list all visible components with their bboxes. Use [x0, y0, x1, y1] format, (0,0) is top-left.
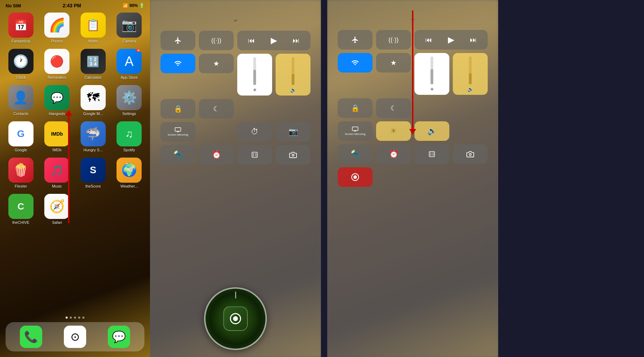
cc1-chevron[interactable]: ⌄: [160, 14, 310, 24]
chrome-icon[interactable]: ⊙: [64, 326, 86, 348]
app-music[interactable]: 🎵 Music: [42, 158, 73, 188]
cc2-play-btn[interactable]: ▶: [448, 35, 454, 45]
cc2-row6: [338, 167, 488, 187]
app-google[interactable]: G Google: [6, 121, 36, 152]
safari-icon[interactable]: 🧭: [44, 194, 69, 219]
cc2-wifi-btn[interactable]: [338, 53, 373, 73]
screen-mirror-btn[interactable]: Screen Mirroring: [160, 122, 195, 142]
messages-icon[interactable]: 💬: [108, 326, 130, 348]
cc2-rewind-btn[interactable]: ⏮: [425, 36, 432, 44]
flixster-icon[interactable]: 🍿: [8, 158, 33, 183]
imdb-icon[interactable]: IMDb: [44, 121, 69, 146]
google-label: Google: [15, 148, 27, 152]
cellular-btn[interactable]: ((·)): [199, 31, 234, 50]
app-calculator[interactable]: 🔢 Calculator: [78, 49, 108, 79]
thechive-icon[interactable]: C: [8, 194, 33, 219]
googlemaps-icon[interactable]: 🗺: [81, 85, 106, 110]
hangouts-icon[interactable]: 💬: [44, 85, 69, 110]
flashlight-btn[interactable]: 🔦: [160, 145, 195, 165]
cc2-calculator-btn[interactable]: [414, 144, 449, 164]
app-hungrys[interactable]: 🦈 Hungry S...: [78, 121, 108, 152]
fantastical-icon[interactable]: 📅: [8, 13, 33, 38]
rotation-lock-btn[interactable]: 🔒: [160, 99, 195, 119]
weather-icon[interactable]: 🌍: [117, 158, 142, 183]
hungrys-icon[interactable]: 🦈: [81, 121, 106, 146]
cc2-airplane-btn[interactable]: [338, 30, 373, 50]
app-thechive[interactable]: C theCHIVE: [6, 194, 36, 225]
cc2-fastforward-btn[interactable]: ⏭: [470, 36, 477, 44]
settings-icon[interactable]: ⚙️: [117, 85, 142, 110]
app-camera[interactable]: 📷 Camera: [114, 13, 145, 43]
dock-chrome[interactable]: ⊙: [64, 326, 86, 348]
photos-icon[interactable]: 🌈: [44, 13, 69, 38]
cc2-do-not-disturb-btn[interactable]: ☾: [376, 98, 411, 118]
app-photos[interactable]: 🌈 Photos: [42, 13, 73, 43]
app-thescore[interactable]: S theScore: [78, 158, 108, 188]
cc2-volume-slider[interactable]: 🔈: [453, 53, 488, 95]
wifi-btn[interactable]: [160, 54, 195, 73]
airplane-btn[interactable]: [160, 31, 195, 50]
calculator-cc-btn[interactable]: [237, 145, 272, 165]
spotify-label: Spotify: [123, 148, 135, 152]
rewind-btn[interactable]: ⏮: [248, 37, 255, 45]
fastforward-btn[interactable]: ⏭: [293, 37, 300, 45]
app-contacts[interactable]: 👤 Contacts: [6, 85, 36, 116]
time-label: 2:43 PM: [63, 3, 81, 8]
cc2-rotation-lock-btn[interactable]: 🔒: [338, 98, 373, 118]
music-icon[interactable]: 🎵: [44, 158, 69, 183]
camera-icon[interactable]: 📷: [117, 13, 142, 38]
app-imdb[interactable]: IMDb IMDb: [42, 121, 73, 152]
app-appstore[interactable]: A 26 App Store: [114, 49, 145, 79]
app-spotify[interactable]: ♫ Spotify: [114, 121, 145, 152]
app-googlemaps[interactable]: 🗺 Google M...: [78, 85, 108, 116]
cc2-camera-btn[interactable]: [453, 144, 488, 164]
cc2-flashlight-btn[interactable]: 🔦: [338, 144, 373, 164]
carrier-label: No SIM: [6, 3, 21, 8]
reminders-icon[interactable]: 🔴: [44, 49, 69, 74]
record-btn-large[interactable]: [223, 306, 248, 331]
dock-phone[interactable]: 📞: [20, 326, 42, 348]
contacts-icon[interactable]: 👤: [8, 85, 33, 110]
dock-messages[interactable]: 💬: [108, 326, 130, 348]
app-weather[interactable]: 🌍 Weather...: [114, 158, 145, 188]
appstore-icon[interactable]: A 26: [117, 49, 142, 74]
cc2-brightness-slider[interactable]: ☀: [414, 53, 449, 95]
screen-mirror-label: Screen Mirroring: [167, 133, 188, 137]
timer2-btn[interactable]: ⏱: [237, 122, 272, 142]
do-not-disturb-btn[interactable]: ☾: [199, 99, 234, 119]
phone-icon[interactable]: 📞: [20, 326, 42, 348]
cc2-bluetooth-btn[interactable]: ★: [376, 53, 411, 73]
cc2-brightness-btn[interactable]: ☀: [376, 121, 411, 141]
clock-icon[interactable]: 🕐: [8, 49, 33, 74]
bluetooth-icon: 📶: [123, 3, 128, 8]
app-fantastical[interactable]: 📅 Fantastical: [6, 13, 36, 43]
notes-icon[interactable]: 📋: [81, 13, 106, 38]
app-notes[interactable]: 📋 Notes: [78, 13, 108, 43]
thescore-icon[interactable]: S: [81, 158, 106, 183]
bluetooth-btn[interactable]: ★: [199, 54, 234, 73]
cc2-timer-btn[interactable]: ⏰: [376, 144, 411, 164]
play-btn[interactable]: ▶: [271, 36, 277, 45]
cc2-screen-mirror-btn[interactable]: Screen Mirroring: [338, 121, 373, 141]
app-clock[interactable]: 🕐 Clock: [6, 49, 36, 79]
app-reminders[interactable]: 🔴 Reminders: [42, 49, 73, 79]
status-bar: No SIM 2:43 PM 📶 90% 🔋: [0, 0, 150, 10]
camera2-btn[interactable]: 📷: [276, 122, 310, 142]
app-settings[interactable]: ⚙️ Settings: [114, 85, 145, 116]
timer-btn[interactable]: ⏰: [199, 145, 234, 165]
app-safari[interactable]: 🧭 Safari: [42, 194, 73, 225]
google-icon[interactable]: G: [8, 121, 33, 146]
cc2-record-btn[interactable]: [338, 167, 373, 187]
camera-cc-btn[interactable]: [276, 145, 310, 165]
calculator-icon[interactable]: 🔢: [81, 49, 106, 74]
app-flixster[interactable]: 🍿 Flixster: [6, 158, 36, 188]
cc2-cellular-btn[interactable]: ((·)): [376, 30, 411, 50]
cc1-row2: ★ ☀ 🔈: [160, 54, 310, 96]
spotify-icon[interactable]: ♫: [117, 121, 142, 146]
brightness-slider[interactable]: ☀: [237, 54, 272, 96]
camera-label: Camera: [122, 39, 136, 43]
volume-slider[interactable]: 🔈: [276, 54, 310, 96]
arrow-down-indicator: [409, 10, 416, 135]
cc2-volume-btn[interactable]: 🔈: [414, 121, 449, 141]
cc1-row4: Screen Mirroring ⏱ 📷: [160, 122, 310, 142]
